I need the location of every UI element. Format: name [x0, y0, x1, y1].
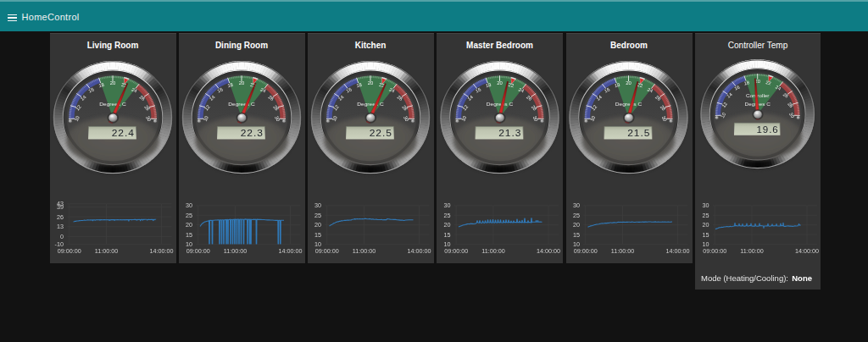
svg-text:20: 20 — [186, 221, 192, 229]
svg-text:14:00:00: 14:00:00 — [150, 247, 174, 255]
svg-text:15: 15 — [703, 231, 709, 239]
svg-text:20: 20 — [314, 221, 321, 229]
svg-text:20: 20 — [444, 221, 451, 229]
svg-text:Degrees C: Degrees C — [615, 101, 643, 108]
svg-text:20: 20 — [703, 221, 709, 229]
svg-text:30: 30 — [573, 201, 580, 209]
svg-text:09:00:00: 09:00:00 — [186, 247, 210, 255]
svg-text:09:00:00: 09:00:00 — [315, 247, 339, 255]
svg-text:11:00:00: 11:00:00 — [224, 247, 247, 255]
svg-text:11:00:00: 11:00:00 — [95, 247, 118, 255]
svg-text:21.3: 21.3 — [498, 128, 521, 139]
svg-text:Degrees C: Degrees C — [228, 101, 255, 108]
svg-text:25: 25 — [444, 212, 451, 219]
svg-text:22.4: 22.4 — [112, 128, 135, 139]
svg-text:14:00:00: 14:00:00 — [795, 247, 819, 255]
svg-text:20: 20 — [239, 81, 245, 86]
svg-text:11:00:00: 11:00:00 — [740, 247, 763, 255]
svg-text:14:00:00: 14:00:00 — [537, 247, 560, 255]
svg-text:20: 20 — [497, 81, 503, 86]
svg-text:Degrees C: Degrees C — [99, 101, 126, 108]
svg-text:15: 15 — [186, 231, 192, 239]
svg-text:15: 15 — [573, 231, 580, 239]
svg-text:11:00:00: 11:00:00 — [611, 247, 634, 255]
svg-text:20: 20 — [626, 81, 632, 86]
svg-text:25: 25 — [186, 212, 192, 219]
svg-text:09:00:00: 09:00:00 — [703, 247, 726, 255]
svg-text:30: 30 — [314, 201, 321, 209]
svg-text:20: 20 — [368, 81, 374, 86]
svg-text:0: 0 — [60, 233, 64, 240]
svg-text:20: 20 — [573, 221, 580, 229]
svg-text:09:00:00: 09:00:00 — [444, 247, 468, 255]
svg-text:30: 30 — [444, 201, 451, 209]
svg-text:14:00:00: 14:00:00 — [279, 247, 303, 255]
svg-text:13: 13 — [57, 223, 64, 230]
svg-text:25: 25 — [573, 212, 580, 219]
svg-text:09:00:00: 09:00:00 — [58, 247, 81, 255]
svg-text:20: 20 — [110, 81, 116, 86]
svg-text:30: 30 — [703, 201, 709, 209]
svg-text:21.5: 21.5 — [627, 128, 650, 139]
svg-text:26: 26 — [57, 213, 64, 221]
svg-text:Degrees C: Degrees C — [487, 101, 514, 108]
svg-text:14:00:00: 14:00:00 — [666, 247, 690, 255]
svg-text:11:00:00: 11:00:00 — [353, 247, 376, 255]
svg-text:22.3: 22.3 — [241, 128, 264, 139]
svg-text:25: 25 — [703, 212, 709, 219]
svg-text:11:00:00: 11:00:00 — [481, 247, 504, 255]
svg-text:30: 30 — [186, 201, 192, 209]
svg-text:14:00:00: 14:00:00 — [408, 247, 431, 255]
svg-text:39: 39 — [57, 203, 64, 211]
svg-text:25: 25 — [314, 212, 321, 219]
svg-text:19.6: 19.6 — [756, 124, 778, 135]
svg-text:Degrees C: Degrees C — [357, 101, 384, 108]
svg-text:22.5: 22.5 — [370, 128, 392, 139]
svg-text:15: 15 — [444, 231, 451, 239]
svg-text:09:00:00: 09:00:00 — [574, 247, 598, 255]
svg-text:15: 15 — [314, 231, 321, 239]
